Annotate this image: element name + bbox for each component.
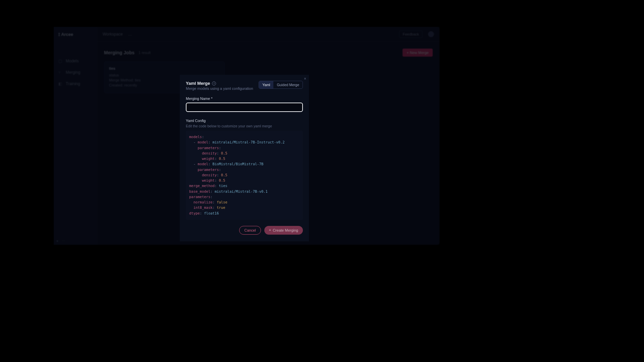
cancel-button[interactable]: Cancel	[239, 226, 261, 235]
modal-title: Yaml Merge i	[186, 81, 255, 86]
yaml-config-help: Edit the code below to customize your ow…	[186, 124, 303, 128]
plus-icon: +	[269, 228, 271, 232]
yaml-config-label: Yaml Config	[186, 119, 303, 123]
create-merging-button[interactable]: + Create Merging	[264, 226, 303, 235]
close-icon[interactable]: ×	[304, 77, 306, 81]
merging-name-label: Merging Name *	[186, 97, 303, 101]
yaml-merge-modal: × Yaml Merge i Merge models using a yaml…	[180, 75, 309, 241]
tab-guided[interactable]: Guided Merge	[273, 81, 303, 88]
info-icon[interactable]: i	[212, 81, 216, 85]
modal-subtitle: Merge models using a yaml configuration	[186, 86, 255, 90]
tab-yaml[interactable]: Yaml	[259, 81, 273, 88]
merging-name-input[interactable]	[186, 103, 303, 112]
yaml-editor[interactable]: models: - model: mistralai/Mistral-7B-In…	[186, 131, 303, 220]
merge-mode-tabs: Yaml Guided Merge	[259, 81, 303, 89]
